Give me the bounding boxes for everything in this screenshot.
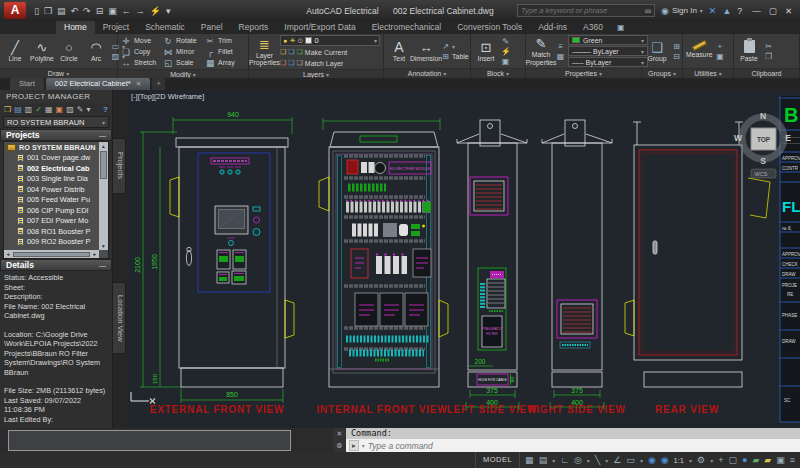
pm-refresh-icon[interactable]: ▦ bbox=[45, 105, 53, 114]
internal-front-view[interactable]: EDI RECTIFIER MODULE bbox=[319, 118, 448, 387]
command-history[interactable]: Command: bbox=[346, 428, 800, 439]
trim-tool[interactable]: ✂Trim bbox=[205, 35, 247, 46]
drawing-canvas[interactable]: [-][Top][2D Wireframe] 940 850 2100 bbox=[127, 90, 800, 428]
command-input[interactable] bbox=[368, 441, 800, 451]
tab-project[interactable]: Project bbox=[95, 21, 137, 34]
osnap-icon[interactable]: ∠ bbox=[613, 455, 621, 465]
grid-icon[interactable]: ▦ bbox=[525, 455, 534, 465]
external-front-view[interactable]: 940 850 2100 1950 150 bbox=[134, 111, 294, 403]
scale-tool[interactable]: ◱Scale bbox=[163, 57, 205, 68]
sheetset-icon[interactable]: ▣ bbox=[108, 6, 117, 16]
arc-tool[interactable]: ◠ Arc bbox=[84, 40, 108, 63]
save-icon[interactable]: ▤ bbox=[57, 6, 66, 16]
units-icon[interactable]: ▢ bbox=[728, 455, 737, 465]
layer-off-icon[interactable]: ❏ bbox=[297, 48, 303, 56]
workspace-caret-icon[interactable]: ▾ bbox=[710, 457, 713, 464]
details-section-header[interactable]: Details — bbox=[0, 259, 112, 271]
fillet-tool[interactable]: ╭Fillet bbox=[205, 46, 247, 57]
drawing-item-003[interactable]: 003 Single line Dia bbox=[4, 174, 99, 185]
viewcube-west[interactable]: W bbox=[734, 133, 743, 143]
isolate-objects-icon[interactable]: ▰ bbox=[752, 455, 759, 465]
clean-screen-icon[interactable]: ▣ bbox=[776, 455, 785, 465]
pm-plot-icon[interactable]: ▣ bbox=[56, 105, 64, 114]
table-icon[interactable]: ⊞ bbox=[441, 52, 450, 61]
viewcube-east[interactable]: E bbox=[785, 133, 791, 143]
autocad-logo-icon[interactable]: A bbox=[4, 2, 26, 19]
viewcube-north[interactable]: N bbox=[760, 111, 766, 121]
paste-tool[interactable]: Paste bbox=[737, 40, 761, 63]
wcs-dropdown[interactable]: WCS bbox=[755, 171, 768, 177]
palette-tab-projects[interactable]: Projects bbox=[113, 138, 126, 194]
projects-section-header[interactable]: Projects — bbox=[0, 129, 112, 141]
open-file-icon[interactable]: ❒ bbox=[44, 6, 52, 16]
search-icon[interactable]: ∞ bbox=[645, 6, 654, 16]
pm-recent-icon[interactable]: ▥ bbox=[25, 105, 33, 114]
new-file-icon[interactable]: ▯ bbox=[34, 6, 39, 16]
layer-isolate-icon[interactable]: ❏ bbox=[280, 59, 286, 67]
layer-dropdown[interactable]: ● ☀ ⊙ 0 ▾ bbox=[280, 35, 380, 46]
maximize-button[interactable]: ▢ bbox=[769, 6, 777, 16]
ortho-icon[interactable]: ∟ bbox=[560, 455, 569, 465]
block-edit-icon[interactable]: ✎ bbox=[501, 37, 510, 46]
tab-conversion-tools[interactable]: Conversion Tools bbox=[449, 21, 530, 34]
search-input[interactable] bbox=[518, 6, 645, 15]
drawing-item-006[interactable]: 006 CIP Pump EDI bbox=[4, 205, 99, 216]
recent-commands-icon[interactable]: ▾ bbox=[362, 442, 365, 449]
layer-freeze-icon[interactable]: ❏ bbox=[288, 48, 294, 56]
lineweight-list-icon[interactable]: ≡ bbox=[556, 42, 565, 51]
tab-panel[interactable]: Panel bbox=[193, 21, 231, 34]
exchange-icon[interactable]: ✕ bbox=[709, 6, 717, 16]
table-label[interactable]: Table bbox=[452, 53, 469, 60]
tab-a360[interactable]: A360 bbox=[575, 21, 611, 34]
signin-area[interactable]: ◉ Sign In ▾ bbox=[661, 6, 703, 16]
utilities-panel-label[interactable]: Utilities ▾ bbox=[683, 68, 733, 78]
tab-add-ins[interactable]: Add-ins bbox=[530, 21, 575, 34]
model-space-button[interactable]: MODEL bbox=[475, 452, 520, 468]
leader-icon[interactable]: ↗ bbox=[441, 42, 450, 51]
measure-tool[interactable]: Measure bbox=[686, 43, 712, 59]
polyline-tool[interactable]: ∿ Polyline bbox=[30, 40, 54, 63]
drawing-item-005[interactable]: 005 Feed Water Pu bbox=[4, 195, 99, 206]
annotation-visibility-icon[interactable]: ◉ bbox=[648, 455, 656, 465]
pm-open-project-icon[interactable]: ▤ bbox=[14, 105, 22, 114]
tab-schematic[interactable]: Schematic bbox=[137, 21, 193, 34]
linetype-dropdown[interactable]: – – – ByLayer ▾ bbox=[568, 57, 648, 67]
block-define-icon[interactable]: ▣ bbox=[501, 57, 510, 66]
stretch-tool[interactable]: ↔Stretch bbox=[121, 57, 163, 68]
autoscale-icon[interactable]: ◉ bbox=[661, 455, 669, 465]
annotation-monitor-icon[interactable]: + bbox=[718, 455, 723, 465]
polar-caret-icon[interactable]: ▾ bbox=[587, 457, 590, 464]
line-tool[interactable]: ╱ Line bbox=[3, 40, 27, 63]
workspace-switch-icon[interactable]: ⚙ bbox=[697, 455, 705, 465]
layer-unisolate-icon[interactable]: ❏ bbox=[288, 59, 294, 67]
layer-properties-tool[interactable]: ≣ Layer Properties bbox=[252, 37, 277, 67]
viewport-controls[interactable]: [-][Top][2D Wireframe] bbox=[131, 92, 204, 101]
tab-reports[interactable]: Reports bbox=[231, 21, 277, 34]
project-dropdown[interactable]: RO SYSTEM BBRAUN ▾ bbox=[3, 116, 109, 128]
workspace-icon[interactable]: ⚡ bbox=[150, 6, 161, 16]
tab-electromechanical[interactable]: Electromechanical bbox=[364, 21, 449, 34]
tree-horizontal-scrollbar[interactable]: ◂ ▸ bbox=[4, 250, 99, 258]
layer-state-icon[interactable]: ❏ bbox=[280, 48, 286, 56]
color-dropdown[interactable]: Green ▾ bbox=[568, 35, 648, 45]
polar-icon[interactable]: ◎ bbox=[574, 455, 582, 465]
move-tool[interactable]: ✛Move bbox=[121, 35, 163, 46]
pm-new-project-icon[interactable]: ❒ bbox=[4, 105, 11, 114]
dimension-tool[interactable]: ↔ Dimension bbox=[414, 40, 438, 63]
customize-command-icon[interactable]: ⚙ bbox=[336, 442, 342, 450]
project-root-node[interactable]: RO SYSTEM BBRAUN bbox=[4, 142, 99, 153]
block-attributes-icon[interactable]: ⚡ bbox=[501, 47, 510, 56]
insert-tool[interactable]: ⊡ Insert bbox=[474, 40, 498, 63]
scroll-up-icon[interactable]: ▴ bbox=[99, 142, 108, 150]
help-icon[interactable]: ? bbox=[737, 6, 742, 16]
forward-icon[interactable]: → bbox=[136, 6, 145, 16]
command-prompt-icon[interactable]: ▸ bbox=[349, 440, 359, 451]
match-layer-button[interactable]: Match Layer bbox=[305, 60, 344, 67]
group-edit-icon[interactable]: ⊞ bbox=[672, 42, 681, 51]
draw-panel-label[interactable]: Draw ▾ bbox=[0, 68, 117, 78]
cut-icon[interactable]: ✂ bbox=[764, 42, 773, 51]
groups-panel-label[interactable]: Groups ▾ bbox=[642, 68, 682, 78]
scroll-down-icon[interactable]: ▾ bbox=[99, 242, 108, 250]
annotation-scale-value[interactable]: 1:1 bbox=[674, 456, 684, 465]
graphics-performance-icon[interactable]: ▰ bbox=[764, 455, 771, 465]
